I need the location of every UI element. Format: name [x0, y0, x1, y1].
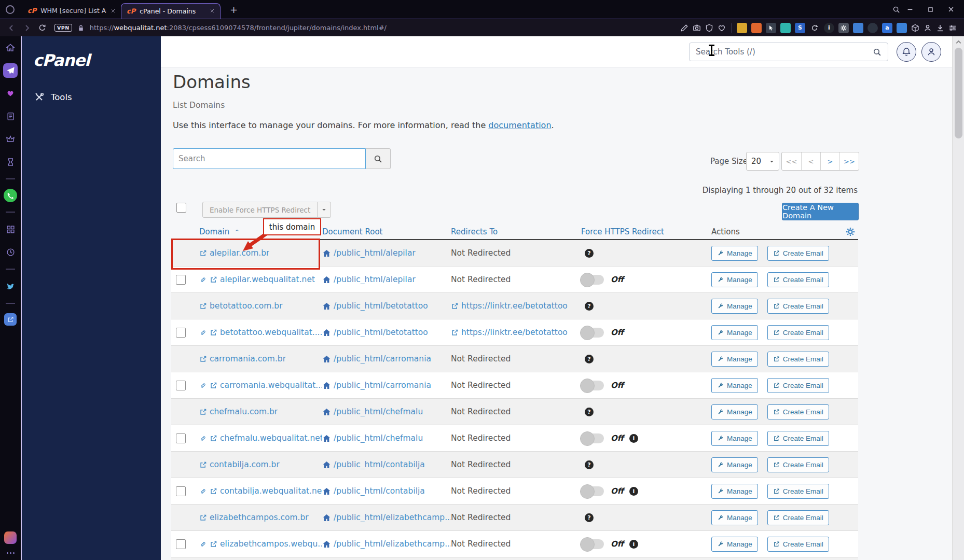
domain-link[interactable]: chefmalu.com.br — [210, 407, 278, 416]
page-scrollbar[interactable] — [952, 36, 964, 560]
account-icon[interactable] — [924, 24, 932, 32]
notifications-button[interactable] — [897, 42, 916, 62]
question-icon[interactable]: ? — [585, 408, 594, 416]
stylus-extension-icon[interactable]: S — [795, 23, 805, 33]
document-root-link[interactable]: /public_html/alepilar — [334, 275, 416, 284]
create-email-button[interactable]: Create Email — [767, 378, 829, 393]
create-email-button[interactable]: Create Email — [767, 272, 829, 287]
create-email-button[interactable]: Create Email — [767, 537, 829, 552]
manage-button[interactable]: Manage — [711, 325, 758, 340]
forward-icon[interactable] — [23, 24, 31, 32]
heart-icon[interactable] — [3, 86, 18, 101]
manage-button[interactable]: Manage — [711, 510, 758, 525]
domain-link[interactable]: elizabethcampos.com.br — [210, 513, 309, 522]
first-page-button[interactable]: << — [782, 152, 801, 170]
document-root-link[interactable]: /public_html/elizabethcamp... — [334, 513, 451, 522]
heart-icon[interactable] — [718, 24, 726, 32]
question-icon[interactable]: ? — [585, 355, 594, 363]
domain-search-input[interactable] — [173, 148, 366, 169]
last-page-button[interactable]: >> — [839, 152, 859, 170]
cursor-extension-icon[interactable] — [766, 23, 776, 33]
scrollbar-thumb[interactable] — [955, 48, 962, 138]
row-checkbox[interactable] — [176, 486, 186, 496]
column-header-force-https[interactable]: Force HTTPS Redirect — [581, 227, 711, 236]
force-https-toggle[interactable] — [581, 433, 604, 443]
force-https-toggle[interactable] — [581, 275, 604, 285]
force-https-toggle[interactable] — [581, 328, 604, 338]
page-size-select[interactable]: 20 — [746, 152, 779, 171]
create-email-button[interactable]: Create Email — [767, 352, 829, 367]
document-root-link[interactable]: /public_html/contabilja — [334, 486, 425, 496]
question-icon[interactable]: ? — [585, 302, 594, 311]
gear-icon[interactable] — [846, 227, 855, 236]
gears-extension-icon[interactable] — [838, 23, 849, 33]
tab-search-icon[interactable] — [892, 6, 900, 13]
create-email-button[interactable]: Create Email — [767, 510, 829, 525]
create-email-button[interactable]: Create Email — [767, 431, 829, 446]
document-root-link[interactable]: /public_html/carromania — [334, 381, 431, 390]
question-icon[interactable]: ? — [585, 513, 594, 522]
document-root-link[interactable]: /public_html/betotattoo — [334, 328, 428, 337]
create-new-domain-button[interactable]: Create A New Domain — [782, 203, 859, 220]
calculator-extension-icon[interactable] — [897, 23, 907, 33]
document-root-link[interactable]: /public_html/alepilar — [334, 248, 416, 258]
domain-link[interactable]: contabilja.com.br — [210, 460, 280, 469]
manage-button[interactable]: Manage — [711, 484, 758, 499]
manage-button[interactable]: Manage — [711, 457, 758, 472]
create-email-button[interactable]: Create Email — [767, 246, 829, 261]
profile-icon[interactable] — [4, 531, 17, 544]
manage-button[interactable]: Manage — [711, 246, 758, 261]
question-icon[interactable]: ? — [585, 249, 594, 258]
lock-icon[interactable] — [77, 24, 85, 32]
manage-button[interactable]: Manage — [711, 431, 758, 446]
row-checkbox[interactable] — [176, 433, 186, 443]
window-close-icon[interactable] — [947, 6, 955, 13]
recycle-extension-icon[interactable] — [809, 23, 820, 33]
manage-button[interactable]: Manage — [711, 404, 758, 419]
scroll-up-icon[interactable] — [955, 38, 962, 46]
new-tab-button[interactable]: + — [227, 4, 241, 15]
window-maximize-icon[interactable] — [927, 6, 934, 13]
save-extension-icon[interactable] — [780, 23, 791, 33]
info-extension-icon[interactable]: i — [824, 23, 834, 33]
manage-button[interactable]: Manage — [711, 378, 758, 393]
prev-page-button[interactable]: < — [801, 152, 820, 170]
back-icon[interactable] — [7, 24, 16, 32]
window-extension-icon[interactable] — [853, 23, 863, 33]
vpn-badge[interactable]: VPN — [54, 24, 72, 32]
home-icon[interactable] — [3, 40, 18, 55]
more-options-icon[interactable] — [7, 552, 15, 554]
downloads-icon[interactable] — [936, 24, 944, 32]
clock-icon[interactable] — [3, 245, 18, 259]
info-icon[interactable]: i — [629, 487, 638, 496]
user-menu-button[interactable] — [921, 42, 941, 62]
whatsapp-icon[interactable] — [4, 189, 17, 202]
next-page-button[interactable]: > — [820, 152, 839, 170]
domain-link[interactable]: carromania.webqualitat.... — [220, 381, 322, 390]
url-bar[interactable]: https://webqualitat.net:2083/cpsess61090… — [90, 24, 680, 32]
select-all-checkbox[interactable] — [176, 203, 186, 213]
domain-link[interactable]: chefmalu.webqualitat.net — [220, 433, 322, 443]
document-root-link[interactable]: /public_html/carromania — [334, 354, 431, 363]
browser-tab-cpanel-domains[interactable]: cP cPanel - Domains — [121, 3, 221, 19]
row-checkbox[interactable] — [176, 328, 186, 338]
sidebar-item-tools[interactable]: Tools — [22, 88, 161, 106]
info-icon[interactable]: i — [629, 540, 638, 549]
translate-extension-icon[interactable]: a — [882, 23, 892, 33]
bird-icon[interactable] — [3, 279, 18, 293]
broom-extension-icon[interactable] — [737, 23, 747, 33]
force-https-toggle[interactable] — [581, 539, 604, 549]
paper-plane-icon[interactable] — [3, 63, 18, 78]
browser-tab-whm[interactable]: cP WHM [secure] List Account — [22, 3, 121, 19]
domain-search-button[interactable] — [366, 148, 391, 169]
bulk-force-https-button[interactable]: Enable Force HTTPS Redirect — [202, 202, 331, 218]
force-https-toggle[interactable] — [581, 486, 604, 496]
documentation-link[interactable]: documentation — [488, 120, 551, 130]
browser-menu-icon[interactable] — [6, 5, 15, 14]
domain-link[interactable]: elizabethcampos.webqu... — [220, 539, 322, 549]
column-header-redirects-to[interactable]: Redirects To — [451, 227, 581, 236]
row-checkbox[interactable] — [176, 275, 186, 285]
settings-sliders-icon[interactable] — [948, 24, 957, 32]
colorful-extension-icon[interactable] — [751, 23, 762, 33]
domain-link[interactable]: betotattoo.com.br — [210, 301, 283, 311]
